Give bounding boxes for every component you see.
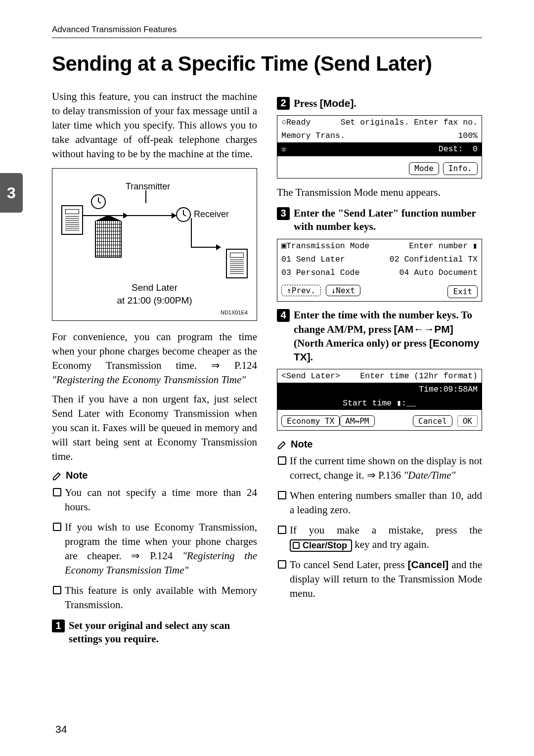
- lcd-text: Memory Trans.: [281, 130, 345, 141]
- clock-icon: [176, 207, 191, 222]
- chapter-tab: 3: [0, 173, 23, 213]
- lcd-screenshot-send-later: <Send Later>Enter time (12hr format) Tim…: [277, 369, 482, 430]
- lcd-prev-button: ↑Prev.: [281, 285, 321, 296]
- figure-id: ND1X01E4: [61, 309, 248, 316]
- note-list: You can not specify a time more than 24 …: [52, 486, 257, 612]
- lcd-text: Time:09:58AM: [419, 384, 478, 395]
- lcd-text: ○Ready: [281, 117, 311, 128]
- building-icon: [95, 215, 122, 258]
- note-list: If the current time shown on the display…: [277, 454, 482, 601]
- note-label: Note: [291, 438, 312, 451]
- list-item: When entering numbers smaller than 10, a…: [277, 489, 482, 517]
- text: For convenience, you can program the tim…: [52, 331, 257, 371]
- lcd-mode-button: Mode: [409, 162, 439, 175]
- cross-reference: "Registering the Economy Transmission Ti…: [52, 374, 246, 386]
- lcd-text: <Send Later>: [281, 370, 340, 382]
- lcd-text: 03 Personal Code: [281, 267, 359, 278]
- lcd-text: 100%: [458, 130, 478, 141]
- list-item: To cancel Send Later, press [Cancel] and…: [277, 558, 482, 601]
- page: Advanced Transmission Features Sending a…: [52, 0, 482, 650]
- phone-icon: ☏: [281, 143, 286, 155]
- label-transmitter: Transmitter: [126, 180, 170, 193]
- lcd-text: Set originals. Enter fax no.: [341, 117, 478, 128]
- step-1: 1 Set your original and select any scan …: [52, 619, 257, 646]
- lcd-economy-tx-button: Economy TX: [281, 415, 340, 427]
- paragraph: For convenience, you can program the tim…: [52, 330, 257, 387]
- transmitter-fax-icon: [61, 205, 83, 235]
- step-2: 2 Press [Mode].: [277, 96, 482, 110]
- lcd-info-button: Info.: [443, 162, 478, 175]
- lcd-text: Start time ▮:__: [343, 398, 416, 409]
- paragraph: Then if you have a non urgent fax, just …: [52, 392, 257, 464]
- step-number-badge: 2: [277, 97, 290, 110]
- lcd-text: Enter time (12hr format): [360, 370, 478, 382]
- cross-reference: "Date/Time": [403, 469, 455, 481]
- figure-caption-2: at 21:00 (9:00PM): [61, 294, 248, 307]
- lcd-text: 01 Send Later: [281, 254, 345, 265]
- text: Press: [294, 97, 320, 109]
- figure-caption-1: Send Later: [61, 281, 248, 294]
- pencil-icon: [277, 439, 288, 450]
- paragraph: The Transmission Mode menu appears.: [277, 185, 482, 200]
- lcd-ok-button: OK: [457, 415, 478, 427]
- note-heading: Note: [52, 469, 257, 483]
- text: To cancel Send Later, press: [290, 559, 408, 571]
- text: If you make a mistake, press the: [290, 524, 482, 536]
- step-number-badge: 3: [277, 207, 290, 220]
- list-item: If the current time shown on the display…: [277, 454, 482, 483]
- label-receiver: Receiver: [194, 208, 229, 221]
- step-4: 4 Enter the time with the number keys. T…: [277, 309, 482, 364]
- step-text: Press [Mode].: [294, 96, 356, 110]
- lcd-text: 04 Auto Document: [400, 267, 478, 278]
- page-title: Sending at a Specific Time (Send Later): [52, 52, 482, 76]
- text: .: [354, 97, 356, 109]
- left-column: Using this feature, you can instruct the…: [52, 89, 257, 650]
- lcd-text: Enter number ▮: [409, 240, 478, 252]
- step-text: Enter the time with the number keys. To …: [294, 309, 482, 364]
- clear-stop-key: Clear/Stop: [290, 539, 352, 552]
- right-column: 2 Press [Mode]. ○ReadySet originals. Ent…: [277, 89, 482, 650]
- lcd-ampm-button: AM↔PM: [340, 415, 374, 427]
- lcd-text: 02 Confidential TX: [390, 254, 478, 265]
- clock-icon: [91, 194, 106, 209]
- text: (North America only) or press: [294, 337, 429, 349]
- list-item: This feature is only available with Memo…: [52, 583, 257, 612]
- lcd-exit-button: Exit: [447, 285, 478, 298]
- step-text: Set your original and select any scan se…: [69, 619, 257, 646]
- receiver-fax-icon: [226, 249, 248, 278]
- step-number-badge: 1: [52, 620, 65, 632]
- step-3: 3 Enter the "Send Later" function number…: [277, 207, 482, 234]
- pencil-icon: [52, 470, 63, 481]
- key-label: [Mode]: [320, 97, 354, 109]
- lcd-screenshot-transmission-mode: ▣Transmission ModeEnter number ▮ 01 Send…: [277, 239, 482, 302]
- lcd-next-button: ↓Next: [326, 285, 360, 296]
- arrow-icon: [125, 215, 176, 216]
- list-item: You can not specify a time more than 24 …: [52, 486, 257, 514]
- arrow-icon: [191, 247, 221, 248]
- list-item: If you make a mistake, press the Clear/S…: [277, 523, 482, 552]
- step-text: Enter the "Send Later" function number w…: [294, 207, 482, 234]
- lcd-screenshot-ready: ○ReadySet originals. Enter fax no. Memor…: [277, 115, 482, 178]
- lcd-text: ▣Transmission Mode: [281, 240, 369, 252]
- running-head: Advanced Transmission Features: [52, 25, 482, 38]
- lcd-text: Dest: 0: [439, 143, 478, 155]
- note-heading: Note: [277, 438, 482, 451]
- step-number-badge: 4: [277, 309, 290, 322]
- page-number: 34: [55, 723, 67, 735]
- key-label: [AM←→PM]: [394, 323, 453, 335]
- list-item: If you wish to use Economy Transmission,…: [52, 520, 257, 578]
- key-label: [Cancel]: [408, 559, 449, 570]
- lcd-cancel-button: Cancel: [413, 415, 452, 427]
- text: key and try again.: [352, 538, 429, 550]
- intro-paragraph: Using this feature, you can instruct the…: [52, 89, 257, 161]
- note-label: Note: [66, 469, 88, 483]
- figure-send-later: Transmitter Receiver Send Later: [52, 168, 257, 321]
- text: .: [311, 351, 313, 363]
